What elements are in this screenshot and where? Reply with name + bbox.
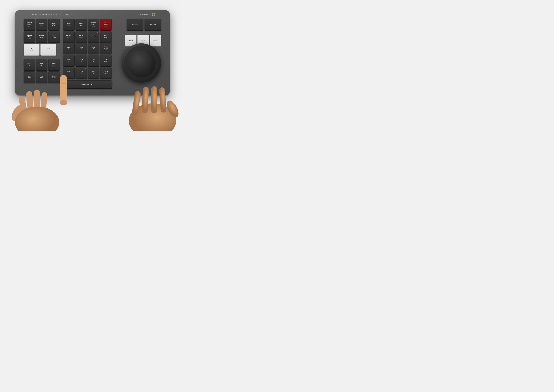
key-trans[interactable]: TRANSTITLE: [63, 31, 75, 42]
key-audio-level[interactable]: AUDIO LEVELMARK: [88, 19, 99, 30]
stop-play-label: STOP/PLAY: [81, 83, 94, 85]
key-cam-4[interactable]: CAM 4: [63, 55, 75, 66]
key-main-label: SNAP: [91, 35, 96, 37]
key-main-label: SRC O/WR: [52, 35, 56, 38]
key-trim-in[interactable]: TRIM IN: [24, 59, 35, 70]
in-out-group: INCLROUTCLR: [24, 44, 56, 55]
key-timeline[interactable]: TIMELINE: [145, 19, 161, 30]
key-sub-label: MARK: [92, 26, 95, 27]
key-dash: [105, 56, 107, 56]
bm-dot: [153, 14, 155, 16]
key-main-label: CAM 8: [80, 47, 83, 50]
key-main-label: RIPL DEL: [104, 35, 107, 38]
key-main-label: IN: [31, 48, 32, 49]
key-main-label: OUT: [47, 48, 50, 49]
key-cam-5[interactable]: CAM 5: [76, 55, 87, 66]
key-video-only[interactable]: VIDEO ONLY: [100, 55, 111, 66]
key-cam-3[interactable]: CAM 3: [88, 67, 99, 78]
key-smart-insrt[interactable]: SMART INSRTCLIP: [24, 19, 35, 30]
jog-wheel[interactable]: [122, 43, 161, 83]
key-main-label: RIPL O/WR: [52, 23, 56, 26]
key-main-label: FULL VIEW: [104, 22, 108, 25]
device-name: DAVINCI RESOLVE SPEED EDITOR: [30, 14, 70, 15]
jog-wheel-container: [122, 43, 164, 86]
key-sub-label: MOVE: [79, 37, 83, 38]
key-roll[interactable]: ROLLSLIDE: [48, 59, 60, 70]
key-main-label: JOG: [142, 40, 145, 41]
keyboard-body: DAVINCI RESOLVE SPEED EDITOR Blackmagic …: [15, 10, 170, 96]
key-main-label: CAM 5: [80, 59, 83, 62]
stop-play-key[interactable]: STOP/PLAY: [63, 80, 112, 88]
key-live-o/wr[interactable]: LIVE O/WRRND: [100, 42, 111, 54]
key-main-label: CAM 6: [92, 59, 95, 62]
blackmagic-text: Blackmagic: [140, 14, 151, 15]
bm-dot: [152, 13, 153, 14]
key-cam-1[interactable]: CAM 1: [63, 67, 75, 78]
key-trans-dur[interactable]: TRANS DUR: [48, 71, 60, 83]
bm-dots: [152, 13, 155, 16]
svg-point-13: [165, 99, 181, 119]
key-main-label: SMART INSRT: [27, 22, 32, 25]
key-sub-label: CLIP: [28, 26, 31, 27]
key-src-o/wr[interactable]: SRC O/WR: [48, 31, 60, 42]
key-red-dot: [97, 20, 98, 21]
key-cam-8[interactable]: CAM 8: [76, 42, 87, 54]
key-sub-label: CLR: [30, 50, 33, 51]
key-sub-label: CLIP: [40, 25, 43, 26]
svg-rect-1: [18, 96, 28, 119]
key-split[interactable]: SPLITMOVE: [76, 31, 87, 42]
key-audio-only[interactable]: AUDIO ONLY: [100, 67, 111, 78]
mid-group: ESCUNDOSYNC BINAUDIO LEVELMARKFULL VIEWR…: [63, 19, 111, 42]
key-cam-6[interactable]: CAM 6: [88, 55, 99, 66]
key-main-label: TRANS: [66, 35, 71, 37]
key-full-view[interactable]: FULL VIEWRVW: [100, 19, 111, 30]
stop-play-bar: STOP/PLAY: [63, 80, 112, 88]
svg-point-5: [9, 103, 25, 122]
key-in[interactable]: INCLR: [24, 44, 40, 55]
key-main-label: SLIP SRC: [28, 76, 31, 79]
keyboard-inner: SMART INSRTCLIPAPPNDCLIPRIPL O/WRCLOSE U…: [24, 19, 161, 91]
key-ripl-o/wr[interactable]: RIPL O/WR: [48, 19, 60, 30]
key-main-label: TIMELINE: [149, 24, 156, 25]
key-esc[interactable]: ESCUNDO: [63, 19, 75, 30]
key-main-label: CAM 2: [80, 71, 83, 74]
key-trim-out[interactable]: TRIM OUT: [36, 59, 47, 70]
key-place-on-top[interactable]: PLACE ON TOP: [36, 31, 47, 42]
key-slip-src[interactable]: SLIP SRC: [24, 71, 35, 83]
key-main-label: ESC: [68, 23, 70, 24]
key-main-label: VIDEO ONLY: [104, 59, 108, 62]
key-main-label: TRIM IN: [28, 63, 31, 66]
hand-left-shape: [9, 90, 59, 131]
key-main-label: LIVE O/WR: [104, 46, 108, 49]
key-snap[interactable]: SNAP≡: [88, 31, 99, 42]
key-main-label: SCRL: [153, 40, 157, 41]
key-sub-label: RND: [104, 49, 107, 50]
svg-point-8: [129, 103, 176, 131]
key-main-label: CAM 3: [92, 71, 95, 74]
key-main-label: APPND: [39, 23, 44, 24]
key-ripl-del[interactable]: RIPL DEL: [100, 31, 111, 42]
key-appnd[interactable]: APPNDCLIP: [36, 19, 47, 30]
key-main-label: SPLIT: [79, 35, 83, 37]
key-sli-dst[interactable]: SLI DST: [36, 71, 47, 83]
key-sub-label: SLIDE: [52, 65, 56, 66]
key-main-label: CAM 1: [67, 71, 71, 74]
key-main-label: CAM 9: [92, 47, 95, 50]
key-main-label: TRANS DUR: [51, 76, 56, 79]
left-group: SMART INSRTCLIPAPPNDCLIPRIPL O/WRCLOSE U…: [24, 19, 60, 42]
key-main-label: SYNC BIN: [79, 23, 83, 26]
brand-label: DAVINCI RESOLVE SPEED EDITOR: [30, 14, 70, 15]
key-sync-bin[interactable]: SYNC BIN: [76, 19, 87, 30]
key-close-up[interactable]: CLOSE UPYPOS: [24, 31, 35, 42]
key-red-dot: [147, 35, 148, 36]
key-main-label: SHTL: [129, 40, 133, 41]
key-cam-9[interactable]: CAM 9: [88, 42, 99, 54]
key-cam-7[interactable]: CAM 7: [63, 42, 75, 54]
jog-wheel-grip: [127, 49, 156, 77]
key-sub-label: YPOS: [28, 38, 31, 39]
key-source[interactable]: SOURCE: [127, 19, 143, 30]
hand-gradient: [15, 106, 59, 131]
svg-rect-4: [40, 92, 47, 117]
key-out[interactable]: OUTCLR: [41, 44, 56, 55]
key-cam-2[interactable]: CAM 2: [76, 67, 87, 78]
